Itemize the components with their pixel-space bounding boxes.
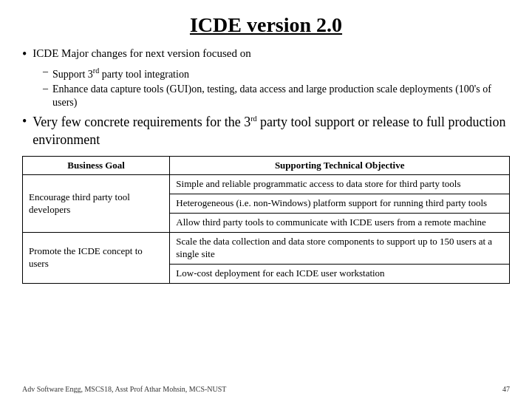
sub-dash-1: – xyxy=(43,66,48,78)
sub-dash-2: – xyxy=(43,83,48,95)
col-header-goal: Business Goal xyxy=(23,157,170,175)
bullet-dot-2: • xyxy=(22,113,27,130)
page-title: ICDE version 2.0 xyxy=(22,13,510,37)
table-row: Promote the ICDE concept to users Scale … xyxy=(23,232,510,264)
bullet-dot-1: • xyxy=(22,46,27,63)
footer: Adv Software Engg, MSCS18, Asst Prof Ath… xyxy=(22,385,510,393)
goal-cell-2: Promote the ICDE concept to users xyxy=(23,232,170,283)
goal-cell-1: Encourage third party tool developers xyxy=(23,175,170,233)
col-header-objective: Supporting Technical Objective xyxy=(170,157,510,175)
sub-bullets-1: – Support 3rd party tool integration – E… xyxy=(43,66,510,109)
objectives-table: Business Goal Supporting Technical Objec… xyxy=(22,156,510,283)
table-section: Business Goal Supporting Technical Objec… xyxy=(22,156,510,283)
bullet1-text: ICDE Major changes for next version focu… xyxy=(33,46,250,61)
obj-cell-1-2: Heterogeneous (i.e. non-Windows) platfor… xyxy=(170,194,510,214)
sub-bullet-1-1: Support 3rd party tool integration xyxy=(52,66,189,81)
sub-bullet-1-2: Enhance data capture tools (GUI)on, test… xyxy=(52,83,510,109)
obj-cell-1-3: Allow third party tools to communicate w… xyxy=(170,213,510,232)
obj-cell-2-1: Scale the data collection and data store… xyxy=(170,232,510,264)
obj-cell-1-1: Simple and reliable programmatic access … xyxy=(170,175,510,194)
footer-left: Adv Software Engg, MSCS18, Asst Prof Ath… xyxy=(22,385,226,393)
obj-cell-2-2: Low-cost deployment for each ICDE user w… xyxy=(170,264,510,283)
footer-right: 47 xyxy=(502,385,510,393)
bullet2-text: Very few concrete requirements for the 3… xyxy=(33,113,510,149)
table-row: Encourage third party tool developers Si… xyxy=(23,175,510,194)
